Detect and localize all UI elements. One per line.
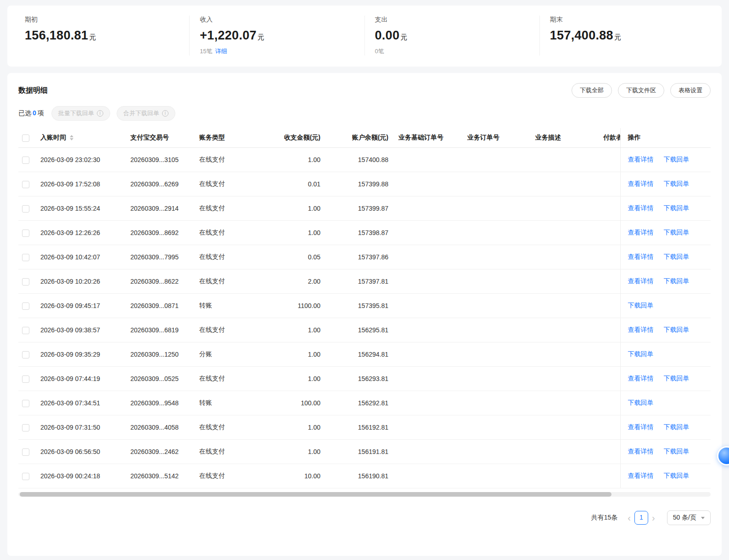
cell-payer [600, 245, 620, 269]
cell-type: 在线支付 [196, 440, 258, 464]
cell-ops: 查看详情 下载回单 [620, 415, 711, 440]
scrollbar-thumb[interactable] [20, 492, 611, 497]
table-row: 2026-03-09 09:35:29 20260309...1250 分账 1… [18, 342, 711, 367]
table-row: 2026-03-09 23:02:30 20260309...3105 在线支付… [18, 148, 711, 172]
cell-time: 2026-03-09 00:24:18 [37, 464, 127, 488]
view-detail-link[interactable]: 查看详情 [628, 472, 654, 479]
column-header-base-order: 业务基础订单号 [395, 128, 464, 148]
row-checkbox[interactable] [22, 181, 29, 188]
cell-ops: 查看详情 下载回单 [620, 440, 711, 464]
cell-txn: 20260309...0525 [127, 367, 196, 391]
view-detail-link[interactable]: 查看详情 [628, 375, 654, 382]
download-receipt-link[interactable]: 下载回单 [663, 423, 689, 431]
download-filezone-button[interactable]: 下载文件区 [618, 83, 664, 98]
stat-amount: 156,180.81 [25, 28, 88, 42]
table-row: 2026-03-09 07:34:51 20260309...9548 转账 1… [18, 391, 711, 415]
cell-amount: 10.00 [258, 464, 327, 488]
download-receipt-link[interactable]: 下载回单 [628, 399, 654, 406]
download-receipt-link[interactable]: 下载回单 [628, 350, 654, 358]
download-receipt-link[interactable]: 下载回单 [663, 375, 689, 382]
summary-card: 期初 156,180.81元 收入 +1,220.07元 15笔详细 支出 0.… [7, 6, 722, 67]
view-detail-link[interactable]: 查看详情 [628, 326, 654, 333]
view-detail-link[interactable]: 查看详情 [628, 156, 654, 163]
download-receipt-link[interactable]: 下载回单 [663, 448, 689, 455]
stat-sub: 0笔 [375, 47, 539, 56]
row-checkbox[interactable] [22, 254, 29, 261]
row-checkbox[interactable] [22, 278, 29, 286]
view-detail-link[interactable]: 查看详情 [628, 277, 654, 285]
cell-order [464, 440, 532, 464]
page-size-select[interactable]: 50 条/页 [667, 510, 711, 525]
current-page-button[interactable]: 1 [634, 511, 648, 525]
download-all-button[interactable]: 下载全部 [572, 83, 612, 98]
cell-base-order [395, 318, 464, 342]
cell-balance: 157397.86 [327, 245, 395, 269]
merge-download-label: 合并下载回单 [123, 109, 159, 118]
cell-txn: 20260309...9548 [127, 391, 196, 415]
download-receipt-link[interactable]: 下载回单 [663, 204, 689, 212]
merge-download-receipts-button[interactable]: 合并下载回单 [117, 106, 175, 121]
cell-txn: 20260309...4058 [127, 415, 196, 440]
row-checkbox[interactable] [22, 400, 29, 407]
download-receipt-link[interactable]: 下载回单 [663, 277, 689, 285]
row-checkbox[interactable] [22, 448, 29, 456]
batch-download-receipts-button[interactable]: 批量下载回单 [51, 106, 110, 121]
page-size-value: 50 条/页 [673, 514, 696, 522]
column-header-type: 账务类型 [196, 128, 258, 148]
row-checkbox[interactable] [22, 302, 29, 310]
cell-time: 2026-03-09 09:35:29 [37, 342, 127, 367]
view-detail-link[interactable]: 查看详情 [628, 229, 654, 236]
stat-unit: 元 [89, 33, 96, 41]
cell-time: 2026-03-09 23:02:30 [37, 148, 127, 172]
row-checkbox[interactable] [22, 473, 29, 480]
cell-balance: 156190.81 [327, 464, 395, 488]
column-header-balance: 账户余额(元) [327, 128, 395, 148]
download-receipt-link[interactable]: 下载回单 [628, 302, 654, 309]
view-detail-link[interactable]: 查看详情 [628, 448, 654, 455]
cell-type: 转账 [196, 294, 258, 318]
download-receipt-link[interactable]: 下载回单 [663, 472, 689, 479]
download-receipt-link[interactable]: 下载回单 [663, 326, 689, 333]
download-receipt-link[interactable]: 下载回单 [663, 156, 689, 163]
view-detail-link[interactable]: 查看详情 [628, 180, 654, 187]
cell-ops: 下载回单 [620, 391, 711, 415]
table-row: 2026-03-09 07:44:19 20260309...0525 在线支付… [18, 367, 711, 391]
row-checkbox[interactable] [22, 205, 29, 213]
download-receipt-link[interactable]: 下载回单 [663, 229, 689, 236]
row-checkbox[interactable] [22, 327, 29, 334]
column-header-time[interactable]: 入账时间 [37, 128, 127, 148]
cell-ops: 查看详情 下载回单 [620, 245, 711, 269]
sort-icon[interactable] [70, 135, 73, 140]
view-detail-link[interactable]: 查看详情 [628, 204, 654, 212]
horizontal-scrollbar[interactable] [18, 492, 711, 497]
cell-amount: 1.00 [258, 440, 327, 464]
cell-desc [532, 269, 600, 294]
cell-base-order [395, 245, 464, 269]
row-checkbox[interactable] [22, 351, 29, 358]
cell-type: 在线支付 [196, 245, 258, 269]
cell-type: 在线支付 [196, 318, 258, 342]
cell-txn: 20260309...6269 [127, 172, 196, 196]
download-receipt-link[interactable]: 下载回单 [663, 180, 689, 187]
info-icon [97, 110, 103, 117]
column-header-amount: 收支金额(元) [258, 128, 327, 148]
row-checkbox[interactable] [22, 424, 29, 431]
row-checkbox[interactable] [22, 157, 29, 164]
row-checkbox[interactable] [22, 230, 29, 237]
stat-expense: 支出 0.00元 0笔 [364, 16, 539, 56]
cell-balance: 157400.88 [327, 148, 395, 172]
row-checkbox[interactable] [22, 375, 29, 383]
cell-payer [600, 148, 620, 172]
income-detail-link[interactable]: 详细 [215, 48, 227, 55]
view-detail-link[interactable]: 查看详情 [628, 253, 654, 260]
table-row: 2026-03-09 00:24:18 20260309...5142 在线支付… [18, 464, 711, 488]
view-detail-link[interactable]: 查看详情 [628, 423, 654, 431]
selected-info: 已选0项 [18, 109, 44, 118]
prev-page-icon[interactable]: ‹ [624, 513, 634, 522]
download-receipt-link[interactable]: 下载回单 [663, 253, 689, 260]
select-all-checkbox[interactable] [22, 134, 29, 142]
cell-amount: 1.00 [258, 221, 327, 245]
cell-txn: 20260309...8692 [127, 221, 196, 245]
next-page-icon[interactable]: › [648, 513, 659, 522]
table-settings-button[interactable]: 表格设置 [670, 83, 711, 98]
